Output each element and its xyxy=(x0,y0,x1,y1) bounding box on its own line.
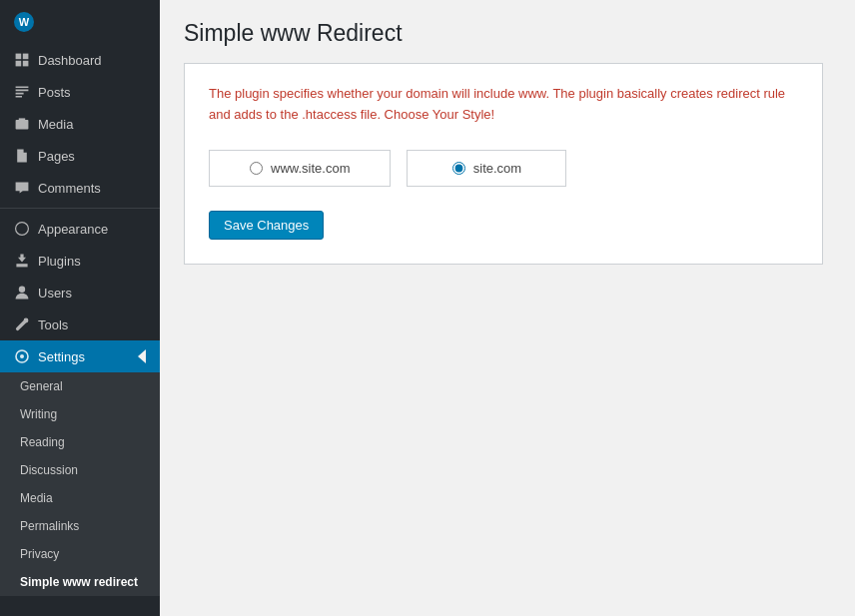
svg-point-7 xyxy=(19,287,25,293)
pages-icon xyxy=(14,148,30,164)
comments-icon xyxy=(14,180,30,196)
sidebar-item-plugins[interactable]: Plugins xyxy=(0,245,160,277)
option-www[interactable]: www.site.com xyxy=(209,150,391,187)
sidebar-item-label: Posts xyxy=(38,85,71,100)
sidebar-item-label: Users xyxy=(38,286,72,301)
option-nowww-label: site.com xyxy=(473,161,521,176)
sidebar-item-tools[interactable]: Tools xyxy=(0,308,160,340)
sidebar-item-label: Dashboard xyxy=(38,53,102,68)
sidebar-item-settings[interactable]: Settings xyxy=(0,340,160,372)
svg-rect-1 xyxy=(23,54,29,60)
svg-point-5 xyxy=(16,223,29,236)
sidebar-item-comments[interactable]: Comments xyxy=(0,172,160,204)
sidebar-item-label: Comments xyxy=(38,181,101,196)
submenu-item-permalinks[interactable]: Permalinks xyxy=(0,512,160,540)
sidebar-item-posts[interactable]: Posts xyxy=(0,76,160,108)
radio-options: www.site.com site.com xyxy=(209,150,798,187)
submenu-item-privacy[interactable]: Privacy xyxy=(0,540,160,568)
appearance-icon xyxy=(14,221,30,237)
page-title: Simple www Redirect xyxy=(184,20,831,47)
main-content: Simple www Redirect The plugin specifies… xyxy=(160,0,855,616)
users-icon xyxy=(14,285,30,301)
save-changes-button[interactable]: Save Changes xyxy=(209,211,324,240)
sidebar-item-users[interactable]: Users xyxy=(0,277,160,308)
option-www-label: www.site.com xyxy=(271,161,350,176)
plugin-description: The plugin specifies whether your domain… xyxy=(209,84,798,126)
sidebar-item-label: Plugins xyxy=(38,254,81,269)
submenu-item-discussion[interactable]: Discussion xyxy=(0,456,160,484)
svg-rect-6 xyxy=(16,264,27,267)
settings-arrow-icon xyxy=(138,349,146,363)
sidebar-item-label: Media xyxy=(38,117,73,132)
wordpress-icon: W xyxy=(14,12,34,32)
plugins-icon xyxy=(14,253,30,269)
submenu-item-reading[interactable]: Reading xyxy=(0,428,160,456)
svg-rect-0 xyxy=(16,54,22,60)
media-icon xyxy=(14,116,30,132)
posts-icon xyxy=(14,84,30,100)
dashboard-icon xyxy=(14,52,30,68)
sidebar-item-media[interactable]: Media xyxy=(0,108,160,140)
plugin-card: The plugin specifies whether your domain… xyxy=(184,63,823,265)
tools-icon xyxy=(14,316,30,332)
submenu-item-general[interactable]: General xyxy=(0,372,160,400)
sidebar-item-pages[interactable]: Pages xyxy=(0,140,160,172)
svg-rect-2 xyxy=(16,61,22,67)
radio-nowww[interactable] xyxy=(452,162,465,175)
sidebar-item-label: Tools xyxy=(38,317,68,332)
sidebar-item-appearance[interactable]: Appearance xyxy=(0,213,160,245)
sidebar-item-label: Pages xyxy=(38,149,75,164)
svg-rect-4 xyxy=(16,120,29,130)
radio-www[interactable] xyxy=(250,162,263,175)
sidebar-item-dashboard[interactable]: Dashboard xyxy=(0,44,160,76)
sidebar-item-label: Appearance xyxy=(38,222,108,237)
submenu-item-media[interactable]: Media xyxy=(0,484,160,512)
nav-separator-1 xyxy=(0,208,160,209)
submenu-item-simple-www-redirect[interactable]: Simple www redirect xyxy=(0,568,160,596)
option-nowww[interactable]: site.com xyxy=(407,150,566,187)
submenu-item-writing[interactable]: Writing xyxy=(0,400,160,428)
settings-submenu: General Writing Reading Discussion Media… xyxy=(0,372,160,596)
svg-point-8 xyxy=(20,354,24,358)
sidebar-logo: W xyxy=(0,0,160,44)
sidebar-item-label: Settings xyxy=(38,349,85,364)
svg-rect-3 xyxy=(23,61,29,67)
sidebar: W Dashboard Posts Media Pages Comments A… xyxy=(0,0,160,616)
settings-icon xyxy=(14,348,30,364)
